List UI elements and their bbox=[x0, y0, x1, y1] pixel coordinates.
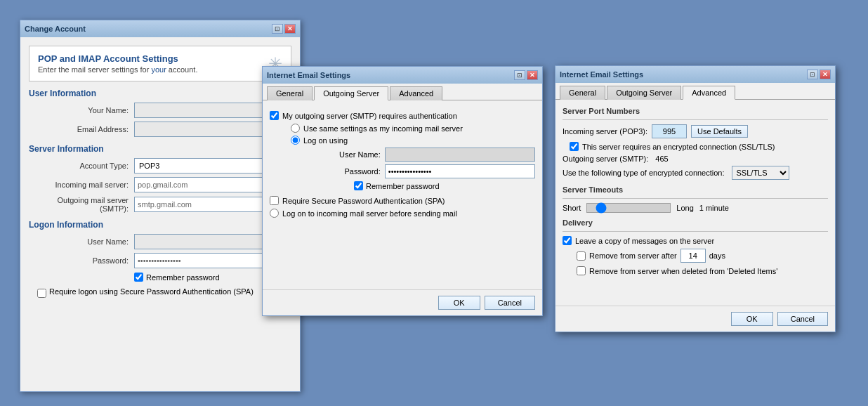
close-btn[interactable]: ✕ bbox=[284, 24, 296, 34]
your-link[interactable]: your bbox=[151, 65, 166, 74]
ssl-tls-label: This server requires an encrypted connec… bbox=[582, 143, 775, 151]
remove-after-checkbox[interactable] bbox=[577, 251, 586, 261]
outgoing-server-dialog: Internet Email Settings ⊡ ✕ General Outg… bbox=[262, 66, 543, 316]
use-defaults-button[interactable]: Use Defaults bbox=[691, 125, 748, 138]
smtp-remember-row: Remember password bbox=[354, 181, 535, 190]
incoming-port-label: Incoming server (POP3): bbox=[563, 127, 647, 136]
incoming-server-label: Incoming mail server: bbox=[29, 181, 134, 189]
tab-general-outgoing[interactable]: General bbox=[267, 86, 313, 100]
smtp-username-row: User Name: bbox=[326, 148, 535, 162]
tab-advanced-outgoing[interactable]: Advanced bbox=[390, 86, 442, 100]
outgoing-close-btn[interactable]: ✕ bbox=[527, 70, 538, 80]
advanced-restore-btn[interactable]: ⊡ bbox=[807, 70, 818, 79]
leave-copy-checkbox[interactable] bbox=[563, 236, 572, 245]
outgoing-restore-btn[interactable]: ⊡ bbox=[514, 70, 525, 80]
change-account-title: Change Account bbox=[25, 25, 86, 33]
outgoing-port-row: Outgoing server (SMTP): 465 bbox=[563, 155, 828, 163]
password-label: Password: bbox=[29, 256, 134, 265]
user-info-section: User Information bbox=[29, 89, 291, 98]
outgoing-cancel-button[interactable]: Cancel bbox=[485, 296, 535, 310]
long-label: Long bbox=[676, 204, 693, 212]
my-outgoing-server-checkbox[interactable] bbox=[270, 111, 279, 120]
smtp-password-row: Password: bbox=[326, 164, 535, 178]
advanced-tab-content: Server Port Numbers Incoming server (POP… bbox=[555, 100, 835, 286]
spa-checkbox[interactable] bbox=[37, 289, 46, 298]
your-name-label: Your Name: bbox=[29, 106, 134, 114]
log-on-using-label: Log on using bbox=[303, 136, 348, 145]
log-on-incoming-row: Log on to incoming mail server before se… bbox=[270, 209, 535, 218]
outgoing-server-row: Outgoing mail server (SMTP): bbox=[29, 196, 291, 213]
use-same-settings-radio[interactable] bbox=[291, 124, 300, 133]
log-on-incoming-label: Log on to incoming mail server before se… bbox=[282, 209, 457, 218]
incoming-port-input[interactable] bbox=[652, 124, 687, 138]
smtp-username-label: User Name: bbox=[326, 150, 381, 159]
advanced-close-btn[interactable]: ✕ bbox=[820, 70, 831, 79]
smtp-username-input[interactable] bbox=[385, 148, 535, 162]
advanced-controls: ⊡ ✕ bbox=[807, 70, 831, 79]
outgoing-tab-content: My outgoing server (SMTP) requires authe… bbox=[263, 100, 542, 228]
advanced-ok-button[interactable]: OK bbox=[731, 312, 773, 326]
tab-outgoing-server[interactable]: Outgoing Server bbox=[314, 86, 388, 100]
log-on-incoming-radio[interactable] bbox=[270, 209, 279, 218]
log-on-using-radio[interactable] bbox=[291, 136, 300, 145]
tab-advanced[interactable]: Advanced bbox=[683, 86, 735, 100]
outgoing-port-label: Outgoing server (SMTP): bbox=[563, 155, 648, 163]
timeout-value: 1 minute bbox=[699, 204, 729, 212]
tab-outgoing-advanced[interactable]: Outgoing Server bbox=[607, 86, 681, 100]
outgoing-tab-bar: General Outgoing Server Advanced bbox=[263, 84, 542, 100]
use-same-settings-label: Use same settings as my incoming mail se… bbox=[303, 124, 463, 133]
remember-password-label: Remember password bbox=[146, 273, 220, 282]
email-address-label: Email Address: bbox=[29, 125, 134, 133]
auth-options: Use same settings as my incoming mail se… bbox=[291, 124, 535, 190]
outgoing-controls: ⊡ ✕ bbox=[514, 70, 538, 80]
encrypt-type-label: Use the following type of encrypted conn… bbox=[563, 169, 725, 177]
use-same-settings-row: Use same settings as my incoming mail se… bbox=[291, 124, 535, 133]
account-type-row: Account Type: POP3 IMAP bbox=[29, 158, 291, 173]
remove-after-days-input[interactable] bbox=[680, 249, 706, 263]
timeout-slider[interactable] bbox=[586, 203, 671, 213]
timeout-slider-row: Short Long 1 minute bbox=[563, 203, 828, 213]
smtp-remember-checkbox[interactable] bbox=[354, 181, 363, 190]
ssl-tls-checkbox[interactable] bbox=[570, 142, 579, 151]
require-spa-row: Require Secure Password Authentication (… bbox=[270, 196, 535, 205]
my-outgoing-server-label: My outgoing server (SMTP) requires authe… bbox=[282, 112, 457, 120]
spa-row: Require logon using Secure Password Auth… bbox=[37, 287, 283, 298]
restore-btn[interactable]: ⊡ bbox=[272, 24, 283, 34]
leave-copy-label: Leave a copy of messages on the server bbox=[575, 237, 714, 245]
your-name-row: Your Name: bbox=[29, 103, 291, 118]
header-subtitle: Enter the mail server settings for your … bbox=[38, 65, 282, 74]
logon-info-section: Logon Information bbox=[29, 220, 291, 230]
outgoing-dialog-title: Internet Email Settings bbox=[267, 71, 350, 79]
short-label: Short bbox=[563, 204, 581, 212]
encrypt-type-select[interactable]: SSL/TLS STARTTLS None bbox=[732, 166, 789, 180]
incoming-port-row: Incoming server (POP3): Use Defaults bbox=[563, 124, 828, 138]
remove-after-row: Remove from server after days bbox=[577, 249, 828, 263]
remember-password-checkbox[interactable] bbox=[134, 273, 143, 282]
timeouts-divider bbox=[563, 198, 828, 199]
ssl-tls-row: This server requires an encrypted connec… bbox=[570, 142, 828, 151]
header-title: POP and IMAP Account Settings bbox=[38, 53, 282, 64]
account-type-label: Account Type: bbox=[29, 162, 134, 170]
leave-copy-row: Leave a copy of messages on the server bbox=[563, 236, 828, 245]
outgoing-titlebar: Internet Email Settings ⊡ ✕ bbox=[263, 67, 542, 84]
log-on-using-row: Log on using bbox=[291, 136, 535, 145]
server-timeouts-title: Server Timeouts bbox=[563, 185, 828, 194]
outgoing-ok-button[interactable]: OK bbox=[438, 296, 480, 310]
change-account-window: Change Account ⊡ ✕ POP and IMAP Account … bbox=[20, 20, 301, 392]
tab-general-advanced[interactable]: General bbox=[560, 86, 605, 100]
change-account-titlebar: Change Account ⊡ ✕ bbox=[20, 20, 300, 37]
advanced-cancel-button[interactable]: Cancel bbox=[777, 312, 828, 326]
require-spa-checkbox[interactable] bbox=[270, 196, 279, 205]
email-address-row: Email Address: bbox=[29, 122, 291, 137]
remove-when-deleted-label: Remove from server when deleted from 'De… bbox=[589, 267, 777, 275]
remove-when-deleted-checkbox[interactable] bbox=[577, 266, 586, 275]
outgoing-port-value: 465 bbox=[655, 155, 668, 163]
advanced-dialog: Internet Email Settings ⊡ ✕ General Outg… bbox=[555, 65, 836, 332]
server-port-title: Server Port Numbers bbox=[563, 107, 828, 115]
smtp-password-input[interactable] bbox=[385, 164, 535, 178]
username-label: User Name: bbox=[29, 237, 134, 246]
remove-after-label: Remove from server after bbox=[589, 251, 677, 260]
smtp-remember-label: Remember password bbox=[354, 181, 535, 190]
encrypt-type-row: Use the following type of encrypted conn… bbox=[563, 166, 828, 180]
advanced-titlebar: Internet Email Settings ⊡ ✕ bbox=[555, 66, 835, 83]
